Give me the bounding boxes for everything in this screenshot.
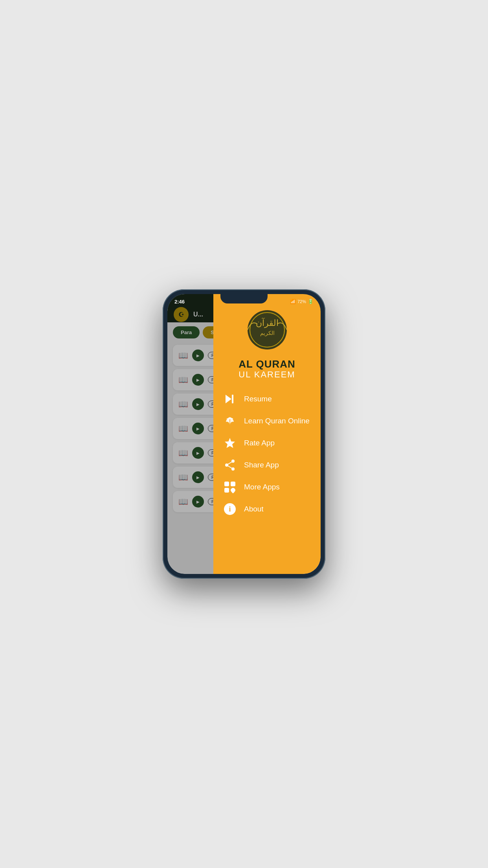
- about-label: About: [244, 505, 264, 513]
- drawer-panel: القرآن الكريم AL QURAN UL KAREEM: [213, 294, 321, 574]
- svg-rect-15: [224, 488, 229, 493]
- learn-label: Learn Quran Online: [244, 417, 310, 425]
- svg-rect-13: [224, 482, 229, 486]
- drawer-app-title: AL QURAN UL KAREEM: [238, 359, 295, 379]
- wifi-icon: 📶: [290, 299, 296, 304]
- resume-label: Resume: [244, 395, 272, 403]
- battery-icon: 72%: [297, 299, 306, 304]
- star-icon: [223, 436, 237, 450]
- status-time: 2:46: [174, 299, 185, 305]
- drawer-menu: Resume Learn Quran Online: [223, 392, 311, 516]
- phone-notch: [220, 294, 268, 303]
- drawer-logo-area: القرآن الكريم AL QURAN UL KAREEM: [223, 308, 311, 379]
- app-title-light: UL KAREEM: [238, 370, 295, 379]
- svg-point-2: [248, 310, 287, 349]
- svg-line-12: [228, 466, 232, 468]
- phone-screen: 2:46 📶 72% 🔋 ☪ U... Para Su...: [167, 294, 321, 574]
- svg-text:الكريم: الكريم: [260, 330, 274, 337]
- more-apps-icon: [223, 480, 237, 494]
- drawer-dimmer[interactable]: [167, 294, 213, 574]
- menu-item-rate[interactable]: Rate App: [223, 436, 311, 450]
- svg-marker-7: [225, 438, 235, 448]
- rate-label: Rate App: [244, 439, 275, 447]
- battery-visual: 🔋: [308, 299, 314, 304]
- svg-rect-6: [232, 395, 233, 403]
- quran-logo: القرآن الكريم: [244, 308, 291, 355]
- menu-item-resume[interactable]: Resume: [223, 392, 311, 406]
- learn-icon: [223, 414, 237, 428]
- svg-line-11: [228, 462, 232, 464]
- svg-text:القرآن: القرآن: [256, 318, 279, 328]
- menu-item-learn[interactable]: Learn Quran Online: [223, 414, 311, 428]
- share-label: Share App: [244, 461, 279, 469]
- phone-frame: 2:46 📶 72% 🔋 ☪ U... Para Su...: [163, 289, 325, 579]
- drawer-overlay[interactable]: القرآن الكريم AL QURAN UL KAREEM: [167, 294, 321, 574]
- more-apps-label: More Apps: [244, 483, 280, 491]
- app-title-bold: AL QURAN: [238, 359, 295, 370]
- menu-item-more[interactable]: More Apps: [223, 480, 311, 494]
- svg-text:i: i: [229, 505, 231, 513]
- share-icon: [223, 458, 237, 472]
- resume-icon: [223, 392, 237, 406]
- info-icon: i: [223, 502, 237, 516]
- menu-item-share[interactable]: Share App: [223, 458, 311, 472]
- menu-item-about[interactable]: i About: [223, 502, 311, 516]
- svg-rect-14: [231, 482, 235, 486]
- status-right-icons: 📶 72% 🔋: [290, 299, 314, 304]
